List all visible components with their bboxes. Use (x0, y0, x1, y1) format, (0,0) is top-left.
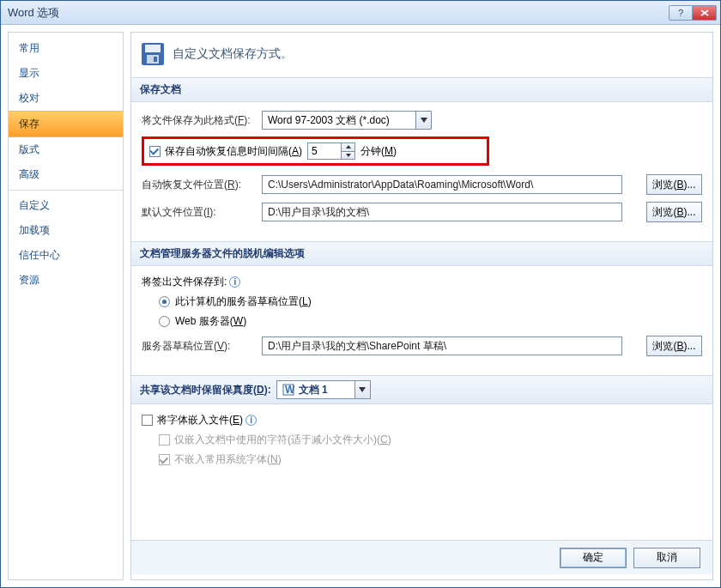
autorecover-interval-spinner[interactable] (307, 142, 355, 160)
spinner-up-icon[interactable] (342, 142, 355, 151)
close-icon (700, 9, 709, 16)
row-embed-used-only: 仅嵌入文档中使用的字符(适于减小文件大小)(C) (159, 433, 702, 447)
autorecover-unit: 分钟(M) (360, 144, 397, 159)
radio-local-label: 此计算机的服务器草稿位置(L) (175, 294, 312, 309)
sidebar-item-layout[interactable]: 版式 (9, 137, 123, 162)
sidebar-item-resources[interactable]: 资源 (9, 268, 123, 293)
autorecover-loc-input[interactable]: C:\Users\Administrator\AppData\Roaming\M… (262, 175, 622, 194)
no-sys-fonts-checkbox (159, 454, 170, 465)
row-autorecover-location: 自动恢复文件位置(R): C:\Users\Administrator\AppD… (142, 174, 702, 195)
sidebar-item-customize[interactable]: 自定义 (9, 193, 123, 218)
fidelity-title: 共享该文档时保留保真度(D): (140, 383, 271, 397)
row-no-sys-fonts: 不嵌入常用系统字体(N) (159, 452, 702, 467)
titlebar: Word 选项 ? (1, 1, 720, 25)
save-format-value: Word 97-2003 文档 (*.doc) (262, 111, 416, 130)
radio-web-label: Web 服务器(W) (175, 314, 246, 329)
panel-header-text: 自定义文档保存方式。 (173, 46, 293, 62)
sidebar-item-general[interactable]: 常用 (9, 36, 123, 61)
fidelity-doc-box: W 文档 1 (276, 380, 355, 399)
autorecover-loc-label: 自动恢复文件位置(R): (142, 178, 262, 192)
svg-text:W: W (285, 384, 294, 396)
autorecover-checkbox[interactable] (149, 146, 161, 157)
group-save-docs-header: 保存文档 (131, 77, 712, 102)
svg-rect-3 (154, 57, 157, 62)
row-radio-web: Web 服务器(W) (159, 314, 702, 329)
autorecover-value[interactable] (307, 142, 342, 160)
save-disk-icon (140, 41, 166, 67)
server-loc-input[interactable]: D:\用户目录\我的文档\SharePoint 草稿\ (262, 336, 622, 355)
chevron-down-icon (416, 111, 432, 130)
group-fidelity-header: 共享该文档时保留保真度(D): W 文档 1 (131, 375, 712, 404)
fidelity-doc-dropdown[interactable]: W 文档 1 (276, 380, 371, 399)
sidebar-item-addins[interactable]: 加载项 (9, 218, 123, 243)
row-save-to-label: 将签出文件保存到: i (142, 275, 702, 289)
group-fidelity: 将字体嵌入文件(E) i 仅嵌入文档中使用的字符(适于减小文件大小)(C) 不嵌… (131, 404, 712, 486)
category-sidebar: 常用 显示 校对 保存 版式 高级 自定义 加载项 信任中心 资源 (8, 32, 124, 580)
browse-default-button[interactable]: 浏览(B)... (646, 202, 702, 222)
sidebar-item-advanced[interactable]: 高级 (9, 162, 123, 187)
window-controls: ? (669, 5, 720, 21)
sidebar-item-trust[interactable]: 信任中心 (9, 243, 123, 268)
help-button[interactable]: ? (669, 5, 693, 21)
browse-autorecover-button[interactable]: 浏览(B)... (646, 174, 702, 195)
sidebar-item-display[interactable]: 显示 (9, 61, 123, 86)
group-offline-header: 文档管理服务器文件的脱机编辑选项 (131, 241, 712, 266)
save-to-label: 将签出文件保存到: (142, 275, 227, 289)
row-radio-local: 此计算机的服务器草稿位置(L) (159, 294, 702, 309)
group-save-docs: 将文件保存为此格式(F): Word 97-2003 文档 (*.doc) 保存… (131, 102, 712, 241)
autorecover-label: 保存自动恢复信息时间间隔(A) (165, 144, 302, 159)
info-icon[interactable]: i (229, 276, 240, 288)
info-icon[interactable]: i (245, 415, 257, 426)
spinner-down-icon[interactable] (342, 151, 355, 161)
row-default-location: 默认文件位置(I): D:\用户目录\我的文档\ 浏览(B)... (142, 202, 702, 222)
main-panel: 自定义文档保存方式。 保存文档 将文件保存为此格式(F): Word 97-20… (130, 32, 713, 580)
dialog-body: 常用 显示 校对 保存 版式 高级 自定义 加载项 信任中心 资源 自定义文档保… (1, 25, 720, 587)
server-loc-label: 服务器草稿位置(V): (142, 339, 262, 354)
cancel-button[interactable]: 取消 (633, 548, 700, 568)
browse-server-button[interactable]: 浏览(B)... (646, 336, 702, 356)
default-loc-label: 默认文件位置(I): (142, 205, 262, 220)
default-loc-input[interactable]: D:\用户目录\我的文档\ (262, 203, 622, 221)
chevron-down-icon (355, 380, 371, 399)
options-dialog: Word 选项 ? 常用 显示 校对 保存 版式 高级 自定义 加载项 信任中心… (0, 0, 721, 588)
word-doc-icon: W (282, 384, 294, 396)
embed-used-only-checkbox (159, 434, 170, 446)
close-button[interactable] (693, 5, 717, 21)
no-sys-fonts-label: 不嵌入常用系统字体(N) (174, 452, 282, 467)
svg-rect-1 (145, 45, 161, 52)
ok-button[interactable]: 确定 (560, 548, 627, 568)
dialog-footer: 确定 取消 (131, 540, 712, 574)
fidelity-doc-name: 文档 1 (299, 383, 328, 397)
radio-web-server[interactable] (159, 316, 170, 327)
row-embed-fonts: 将字体嵌入文件(E) i (142, 413, 702, 427)
embed-fonts-checkbox[interactable] (142, 415, 153, 426)
save-format-label: 将文件保存为此格式(F): (142, 113, 262, 128)
row-save-format: 将文件保存为此格式(F): Word 97-2003 文档 (*.doc) (142, 111, 702, 130)
group-offline: 将签出文件保存到: i 此计算机的服务器草稿位置(L) Web 服务器(W) 服… (131, 266, 712, 375)
embed-fonts-label: 将字体嵌入文件(E) (157, 413, 243, 427)
panel-header: 自定义文档保存方式。 (131, 33, 712, 77)
autorecover-row: 保存自动恢复信息时间间隔(A) 分钟(M) (142, 136, 489, 166)
sidebar-item-save[interactable]: 保存 (9, 111, 123, 137)
radio-local-drafts[interactable] (159, 296, 170, 307)
window-title: Word 选项 (1, 5, 59, 21)
sidebar-divider (9, 190, 123, 191)
save-format-dropdown[interactable]: Word 97-2003 文档 (*.doc) (262, 111, 432, 130)
embed-used-only-label: 仅嵌入文档中使用的字符(适于减小文件大小)(C) (174, 433, 391, 447)
row-server-location: 服务器草稿位置(V): D:\用户目录\我的文档\SharePoint 草稿\ … (142, 336, 702, 356)
sidebar-item-proofing[interactable]: 校对 (9, 86, 123, 111)
